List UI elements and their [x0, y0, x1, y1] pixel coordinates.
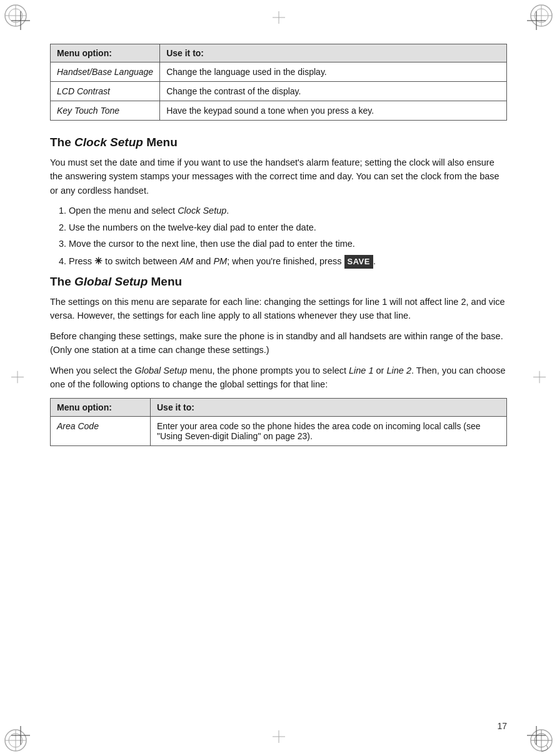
step4-text: Press ✳ to switch between AM and PM; whe… — [69, 256, 376, 266]
list-item: Move the cursor to the next line, then u… — [69, 237, 507, 251]
global-setup-heading-italic: Global Setup — [74, 275, 148, 288]
step1-text: Open the menu and select Clock Setup. — [69, 206, 229, 216]
crosshair-tr — [527, 11, 546, 30]
clock-setup-intro: You must set the date and time if you wa… — [50, 156, 507, 197]
table1-row3-col1: Key Touch Tone — [51, 101, 160, 121]
save-badge: SAVE — [344, 255, 373, 269]
clock-setup-heading-italic: Clock Setup — [74, 136, 143, 149]
table2-header-col2: Use it to: — [151, 398, 507, 416]
bottom-center-mark — [273, 730, 285, 745]
global-setup-para3: When you select the Global Setup menu, t… — [50, 364, 507, 392]
global-setup-para2: Before changing these settings, make sur… — [50, 329, 507, 357]
table2-header-col1: Menu option: — [51, 398, 151, 416]
table2-row1-col1: Area Code — [51, 416, 151, 445]
table-display-settings: Menu option: Use it to: Handset/Base Lan… — [50, 44, 507, 121]
clock-setup-heading-plain: The — [50, 136, 74, 149]
crosshair-br — [527, 726, 546, 745]
table-row: LCD Contrast Change the contrast of the … — [51, 82, 507, 101]
table2-row1-col2: Enter your area code so the phone hides … — [151, 416, 507, 445]
step2-text: Use the numbers on the twelve-key dial p… — [69, 222, 316, 232]
clock-setup-heading-bold: Menu — [143, 136, 178, 149]
star-key-symbol: ✳ — [94, 256, 103, 266]
page-container: Menu option: Use it to: Handset/Base Lan… — [0, 0, 557, 756]
step3-text: Move the cursor to the next line, then u… — [69, 239, 355, 249]
top-center-mark — [273, 11, 285, 26]
table1-row1-col2: Change the language used in the display. — [160, 62, 507, 82]
table1-header-col1: Menu option: — [51, 44, 160, 62]
clock-setup-heading: The Clock Setup Menu — [50, 136, 507, 149]
list-item: Use the numbers on the twelve-key dial p… — [69, 221, 507, 234]
table-row: Key Touch Tone Have the keypad sound a t… — [51, 101, 507, 121]
mid-right-mark — [533, 371, 546, 385]
table-row: Area Code Enter your area code so the ph… — [51, 416, 507, 445]
global-setup-para1: The settings on this menu are separate f… — [50, 295, 507, 323]
table-row: Handset/Base Language Change the languag… — [51, 62, 507, 82]
table-global-settings: Menu option: Use it to: Area Code Enter … — [50, 398, 507, 446]
table1-row2-col1: LCD Contrast — [51, 82, 160, 101]
clock-setup-steps: Open the menu and select Clock Setup. Us… — [69, 204, 507, 269]
page-number: 17 — [497, 721, 507, 731]
table1-row1-col1: Handset/Base Language — [51, 62, 160, 82]
main-content: Menu option: Use it to: Handset/Base Lan… — [50, 44, 507, 446]
global-setup-heading-plain: The — [50, 275, 74, 288]
table1-header-col2: Use it to: — [160, 44, 507, 62]
crosshair-tl — [11, 11, 30, 30]
global-setup-heading: The Global Setup Menu — [50, 275, 507, 289]
list-item: Press ✳ to switch between AM and PM; whe… — [69, 254, 507, 269]
crosshair-bl — [11, 726, 30, 745]
list-item: Open the menu and select Clock Setup. — [69, 204, 507, 217]
table1-row3-col2: Have the keypad sound a tone when you pr… — [160, 101, 507, 121]
mid-left-mark — [11, 371, 24, 385]
table1-row2-col2: Change the contrast of the display. — [160, 82, 507, 101]
global-setup-heading-bold: Menu — [148, 275, 182, 288]
